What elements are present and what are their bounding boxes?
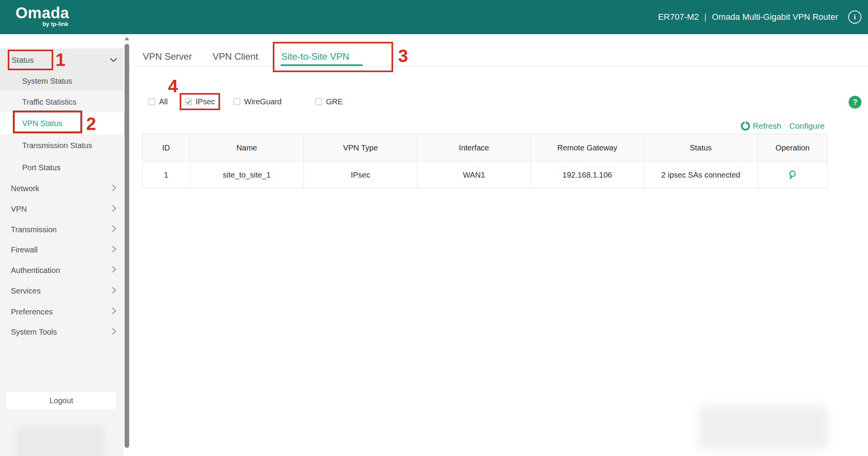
- sidebar-item-traffic-statistics[interactable]: Traffic Statistics: [0, 92, 123, 112]
- filter-all[interactable]: All: [149, 98, 168, 106]
- sidebar-item-label: Status: [11, 56, 34, 65]
- chevron-right-icon: [112, 205, 116, 214]
- sidebar-item-label: System Status: [22, 77, 72, 86]
- omada-router-admin-page: Omada by tp-link ER707-M2 | Omada Multi-…: [0, 0, 868, 456]
- sidebar-item-label: VPN Status: [22, 119, 62, 128]
- annotation-number-3: 3: [398, 47, 408, 65]
- check-icon: [186, 100, 191, 104]
- sidebar-item-label: Transmission: [11, 225, 57, 234]
- info-icon[interactable]: i: [848, 10, 861, 24]
- configure-link[interactable]: Configure: [789, 121, 825, 131]
- sidebar-item-label: Network: [11, 184, 39, 193]
- checkbox-wireguard[interactable]: [234, 98, 240, 105]
- vertical-scrollbar[interactable]: [124, 34, 130, 456]
- sidebar-item-label: Preferences: [11, 307, 53, 316]
- tab-vpn-client[interactable]: VPN Client: [213, 51, 258, 62]
- table-header-row: ID Name VPN Type Interface Remote Gatewa…: [142, 134, 828, 162]
- filter-gre[interactable]: GRE: [315, 98, 343, 106]
- cell-status: 2 ipsec SAs connected: [644, 162, 758, 188]
- filter-wireguard[interactable]: WireGuard: [234, 98, 282, 106]
- sidebar-item-label: Firewall: [11, 245, 38, 254]
- cell-id: 1: [142, 162, 190, 188]
- column-header-name: Name: [190, 134, 304, 162]
- sidebar-item-services[interactable]: Services: [0, 280, 123, 302]
- sidebar-item-status[interactable]: Status: [0, 50, 123, 71]
- device-model: ER707-M2: [658, 12, 699, 22]
- sidebar-item-transmission[interactable]: Transmission: [0, 219, 123, 240]
- blurred-watermark-right: [698, 406, 828, 450]
- filter-label[interactable]: IPsec: [196, 98, 215, 106]
- sidebar-item-label: Authentication: [11, 266, 60, 275]
- sidebar-item-authentication[interactable]: Authentication: [0, 260, 123, 280]
- device-info-separator: |: [704, 12, 707, 22]
- cell-operation: [758, 162, 828, 188]
- device-info: ER707-M2 | Omada Multi-Gigabit VPN Route…: [658, 0, 838, 34]
- sidebar-item-system-status[interactable]: System Status: [0, 71, 123, 92]
- table-row: 1 site_to_site_1 IPsec WAN1 192.168.1.10…: [142, 162, 828, 188]
- column-header-operation: Operation: [758, 134, 828, 162]
- filter-label[interactable]: WireGuard: [244, 98, 282, 106]
- sidebar-item-preferences[interactable]: Preferences: [0, 302, 123, 322]
- filter-label[interactable]: All: [159, 98, 168, 106]
- column-header-interface: Interface: [418, 134, 531, 162]
- chevron-right-icon: [112, 287, 116, 295]
- chevron-right-icon: [112, 245, 116, 254]
- cell-vpn-type: IPsec: [304, 162, 418, 188]
- info-icon-glyph: i: [854, 13, 856, 21]
- sidebar-item-label: System Tools: [11, 328, 57, 337]
- omada-logo: Omada by tp-link: [16, 5, 69, 27]
- cell-interface: WAN1: [418, 162, 531, 188]
- filter-ipsec[interactable]: IPsec: [185, 98, 215, 106]
- tabs-divider-line: [134, 66, 868, 67]
- chevron-right-icon: [112, 266, 116, 275]
- checkbox-all[interactable]: [149, 98, 155, 105]
- vpn-connections-table: ID Name VPN Type Interface Remote Gatewa…: [142, 134, 828, 188]
- column-header-status: Status: [644, 134, 758, 162]
- active-tab-underline: [281, 64, 363, 66]
- blurred-watermark-left: [16, 426, 104, 456]
- sidebar-item-label: VPN: [11, 205, 27, 214]
- refresh-icon[interactable]: [740, 121, 751, 133]
- sidebar-nav: Status System Status Traffic Statistics …: [0, 34, 123, 456]
- tab-site-to-site-vpn[interactable]: Site-to-Site VPN: [281, 51, 349, 62]
- sidebar-item-label: Services: [11, 287, 41, 295]
- column-header-vpn-type: VPN Type: [304, 134, 418, 162]
- sidebar-item-label: Traffic Statistics: [22, 98, 76, 107]
- search-icon[interactable]: [788, 170, 798, 180]
- sidebar-item-system-tools[interactable]: System Tools: [0, 322, 123, 342]
- chevron-right-icon: [112, 307, 116, 316]
- help-button[interactable]: ?: [849, 96, 861, 109]
- cell-remote-gateway: 192.168.1.106: [531, 162, 644, 188]
- sidebar-item-transmission-status[interactable]: Transmission Status: [0, 135, 123, 157]
- sidebar-item-port-status[interactable]: Port Status: [0, 157, 123, 178]
- filter-label[interactable]: GRE: [326, 98, 343, 106]
- column-header-id: ID: [142, 134, 190, 162]
- sidebar-item-network[interactable]: Network: [0, 178, 123, 199]
- scrollbar-up-arrow-icon[interactable]: [125, 37, 129, 40]
- sidebar-item-label: Transmission Status: [22, 141, 92, 150]
- chevron-right-icon: [112, 184, 116, 193]
- chevron-down-icon: [110, 56, 117, 65]
- sidebar-top-spacer: [0, 34, 123, 48]
- brand-subtitle: by tp-link: [16, 21, 69, 27]
- question-icon: ?: [852, 98, 857, 107]
- column-header-remote-gateway: Remote Gateway: [531, 134, 644, 162]
- logout-label: Logout: [49, 396, 73, 405]
- refresh-link[interactable]: Refresh: [753, 121, 781, 131]
- sidebar-item-label: Port Status: [22, 163, 61, 172]
- chevron-right-icon: [112, 225, 116, 234]
- annotation-number-4: 4: [168, 77, 178, 95]
- checkbox-ipsec-checked[interactable]: [185, 98, 192, 105]
- checkbox-gre[interactable]: [315, 98, 322, 105]
- chevron-right-icon: [112, 328, 116, 337]
- app-header: Omada by tp-link ER707-M2 | Omada Multi-…: [0, 0, 868, 34]
- sidebar-item-vpn[interactable]: VPN: [0, 199, 123, 219]
- tab-vpn-server[interactable]: VPN Server: [143, 51, 192, 62]
- brand-name: Omada: [16, 5, 69, 21]
- sidebar-item-firewall[interactable]: Firewall: [0, 240, 123, 260]
- logout-button[interactable]: Logout: [5, 391, 117, 410]
- scrollbar-thumb[interactable]: [125, 44, 129, 448]
- product-name: Omada Multi-Gigabit VPN Router: [712, 12, 838, 22]
- sidebar-item-vpn-status[interactable]: VPN Status: [0, 112, 123, 135]
- cell-name: site_to_site_1: [190, 162, 304, 188]
